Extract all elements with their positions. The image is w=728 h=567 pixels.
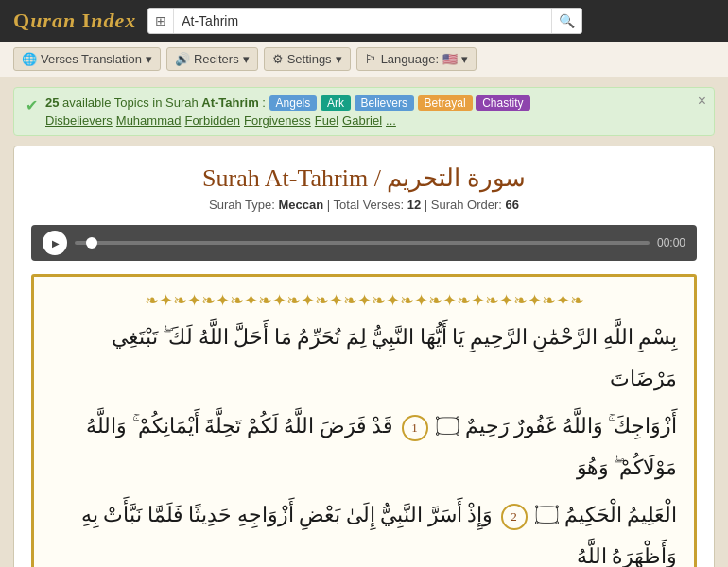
- nav-reciters[interactable]: 🔊 Reciters ▾: [166, 47, 258, 71]
- nav-reciters-label: Reciters: [194, 52, 239, 66]
- surah-subtitle: Surah Type: Meccan | Total Verses: 12 | …: [31, 198, 697, 212]
- navbar: 🌐 Verses Translation ▾ 🔊 Reciters ▾ ⚙ Se…: [0, 42, 728, 77]
- pipe-1: |: [327, 198, 330, 212]
- tag-fuel[interactable]: Fuel: [315, 113, 338, 128]
- play-button[interactable]: [43, 231, 67, 255]
- tag-forgiveness[interactable]: Forgiveness: [244, 113, 311, 128]
- main-content: Surah At-Tahrim / سورة التحريم Surah Typ…: [13, 146, 715, 567]
- nav-verses-translation[interactable]: 🌐 Verses Translation ▾: [13, 47, 161, 71]
- surah-title: Surah At-Tahrim / سورة التحريم: [31, 163, 697, 193]
- verse-number-2: 2: [501, 504, 528, 530]
- order-label: Surah Order:: [431, 198, 502, 212]
- verses-label: Total Verses:: [334, 198, 404, 212]
- quran-verse-bismillah: بِسْمِ اللَّهِ الرَّحْمَٰنِ الرَّحِيمِ ي…: [51, 317, 677, 400]
- chevron-down-icon-2: ▾: [243, 52, 250, 66]
- verse-number-1: 1: [402, 415, 428, 441]
- tag-forbidden[interactable]: Forbidden: [184, 113, 240, 128]
- grid-icon[interactable]: ⊞: [148, 9, 174, 33]
- tag-chastity[interactable]: Chastity: [476, 95, 529, 111]
- time-display: 00:00: [657, 236, 685, 249]
- tag-angels[interactable]: Angels: [269, 95, 318, 111]
- search-icon[interactable]: 🔍: [551, 9, 581, 33]
- surah-title-separator: /: [374, 164, 381, 192]
- close-icon[interactable]: ×: [698, 94, 706, 109]
- tag-gabriel[interactable]: Gabriel: [342, 113, 382, 128]
- speaker-icon: 🔊: [175, 52, 190, 66]
- nav-settings[interactable]: ⚙ Settings ▾: [264, 47, 351, 71]
- tag-betrayal[interactable]: Betrayal: [418, 95, 473, 111]
- border-ornament-top: ❧✦❧✦❧✦❧✦❧✦❧✦❧✦❧✦❧✦❧✦❧✦❧✦❧✦❧✦❧✦❧: [51, 290, 677, 311]
- gear-icon: ⚙: [272, 52, 284, 66]
- header: Quran Index ⊞ 🔍: [0, 0, 728, 42]
- nav-language[interactable]: 🏳 Language: 🇺🇸 ▾: [356, 47, 477, 71]
- globe-icon: 🌐: [22, 52, 37, 66]
- order-value: 66: [506, 198, 519, 212]
- alert-colon: :: [262, 95, 269, 110]
- search-bar: ⊞ 🔍: [147, 8, 582, 34]
- tag-more[interactable]: ...: [386, 113, 396, 128]
- logo: Quran Index: [13, 9, 136, 33]
- surah-title-arabic: سورة التحريم: [387, 164, 526, 192]
- chevron-down-icon-3: ▾: [336, 52, 342, 66]
- nav-verses-label: Verses Translation: [41, 52, 142, 66]
- chevron-down-icon: ▾: [146, 52, 152, 66]
- type-label: Surah Type:: [209, 198, 275, 212]
- topic-count: 25: [45, 95, 59, 110]
- quran-verse-2: الْعَلِيمُ الْحَكِيمُ ۝ 2 وَإِذْ أَسَرَّ…: [51, 494, 677, 567]
- nav-settings-label: Settings: [287, 52, 332, 66]
- flag-us-icon: 🇺🇸: [442, 52, 458, 66]
- quran-text-area: ❧✦❧✦❧✦❧✦❧✦❧✦❧✦❧✦❧✦❧✦❧✦❧✦❧✦❧✦❧✦❧ بِسْمِ ا…: [31, 274, 697, 567]
- type-value: Meccan: [278, 198, 323, 212]
- progress-track[interactable]: [75, 241, 650, 245]
- quran-verse-1: أَزْوَاجِكَ ۚ وَاللَّهُ غَفُورٌ رَحِيمٌ …: [51, 405, 677, 489]
- tag-muhammad[interactable]: Muhammad: [116, 113, 182, 128]
- chevron-down-icon-4: ▾: [461, 52, 468, 66]
- audio-player: 00:00: [31, 225, 697, 261]
- alert-surah-name: At-Tahrim: [201, 95, 258, 110]
- check-icon: ✔: [26, 96, 38, 114]
- pipe-2: |: [425, 198, 427, 212]
- alert-banner: ✔ 25 available Topics in Surah At-Tahrim…: [13, 87, 715, 136]
- alert-content: 25 available Topics in Surah At-Tahrim :…: [45, 95, 702, 128]
- tag-disbelievers[interactable]: Disbelievers: [45, 113, 113, 128]
- progress-knob[interactable]: [86, 237, 97, 249]
- tag-believers[interactable]: Believers: [355, 95, 414, 111]
- verses-value: 12: [407, 198, 421, 212]
- tag-ark[interactable]: Ark: [321, 95, 351, 111]
- search-input[interactable]: [174, 9, 551, 33]
- alert-text-before: available Topics in Surah: [62, 95, 199, 110]
- surah-title-english: Surah At-Tahrim: [202, 164, 368, 192]
- flag-icon: 🏳: [365, 52, 377, 66]
- nav-language-label: Language:: [381, 52, 439, 66]
